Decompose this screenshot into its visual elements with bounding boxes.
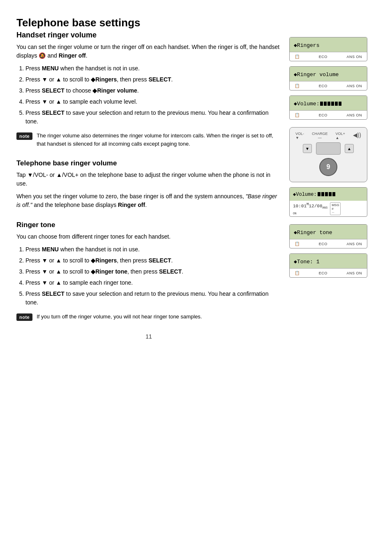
lcd-bottom-2: 📋 ECO ANS ON [290, 81, 367, 90]
diagrams-column: ◆Ringers 📋 ECO ANS ON ◆Ringer volume 📋 E… [289, 16, 376, 340]
charge-cradle [316, 142, 341, 155]
vol-minus-button[interactable]: ▼ [303, 144, 312, 153]
book-icon-3: 📋 [295, 113, 300, 117]
base-volume-display: ◆Volume: 10:01M12/08ANSON MSG#··· [289, 187, 367, 217]
section1-intro: You can set the ringer volume or turn th… [16, 43, 281, 60]
lcd-bottom-3: 📋 ECO ANS ON [290, 111, 367, 119]
note-label: note [16, 132, 32, 140]
book-icon-1: 📋 [295, 54, 300, 59]
page-number: 11 [16, 333, 281, 340]
base-circle-num: 9 [327, 163, 330, 171]
list-item: Press ▼ or ▲ to scroll to ◆Ringer tone, … [25, 267, 281, 276]
base-vol-time-row: 10:01M12/08ANSON MSG#··· [290, 201, 367, 216]
note-box-1: note The ringer volume also determines t… [16, 132, 281, 148]
vol-minus-label: VOL-▼ [295, 132, 304, 140]
section3-steps: Press MENU when the handset is not in us… [16, 245, 281, 307]
list-item: Press ▼ or ▲ to scroll to ◆Ringers, then… [25, 75, 281, 84]
phone-base-top-labels: VOL-▼ CHARGE— VOL+▲ ◀)) [294, 132, 363, 140]
volume-bars-base [318, 192, 335, 196]
lcd-bottom-5: 📋 ECO ANS ON [290, 269, 367, 277]
base-vol-screen-top: ◆Volume: [290, 188, 367, 201]
lcd-ringer-volume: ◆Ringer volume 📋 ECO ANS ON [289, 66, 367, 91]
volume-bars-3 [320, 102, 341, 106]
section3-heading: Ringer tone [16, 221, 281, 229]
lcd-bottom-1: 📋 ECO ANS ON [290, 52, 367, 61]
section2-para1: Tap ▼/VOL- or ▲/VOL+ on the telephone ba… [16, 171, 281, 188]
list-item: Press SELECT to save your selection and … [25, 290, 281, 307]
section1-steps: Press MENU when the handset is not in us… [16, 64, 281, 126]
page-title: Telephone base settings [16, 16, 281, 29]
vol-plus-button[interactable]: ▲ [345, 144, 354, 153]
list-item: Press MENU when the handset is not in us… [25, 245, 281, 254]
list-item: Press SELECT to save your selection and … [25, 109, 281, 126]
page-layout: Telephone base settings Handset ringer v… [16, 16, 376, 340]
list-item: Press MENU when the handset is not in us… [25, 64, 281, 73]
lcd-screen-1: ◆Ringers [290, 37, 367, 52]
section2-heading: Telephone base ringer volume [16, 159, 281, 167]
list-item: Press ▼ or ▲ to scroll to ◆Ringers, then… [25, 256, 281, 265]
phone-base-device: VOL-▼ CHARGE— VOL+▲ ◀)) ▼ ▲ 9 [289, 127, 367, 182]
lcd-tone-1: ◆Tone: 1 📋 ECO ANS ON [289, 253, 367, 278]
msg-badge: MSG#··· [330, 202, 341, 215]
note-label-2: note [16, 313, 32, 321]
note-box-2: note If you turn off the ringer volume, … [16, 313, 281, 321]
lcd-volume-bars: ◆Volume: 📋 ECO ANS ON [289, 95, 367, 120]
section3-intro: You can choose from different ringer ton… [16, 232, 281, 241]
book-icon-2: 📋 [295, 84, 300, 88]
note-text-2: If you turn off the ringer volume, you w… [37, 313, 202, 321]
lcd-screen-5: ◆Tone: 1 [290, 254, 367, 269]
note-text-1: The ringer volume also determines the ri… [37, 132, 281, 148]
list-item: Press ▼ or ▲ to sample each volume level… [25, 97, 281, 106]
content-column: Telephone base settings Handset ringer v… [16, 16, 281, 340]
lcd-bottom-4: 📋 ECO ANS ON [290, 239, 367, 248]
no-ringer-icon: 🔕 [39, 52, 47, 59]
lcd-screen-2: ◆Ringer volume [290, 67, 367, 81]
speaker-icon: ◀)) [353, 132, 361, 140]
lcd-ringer-tone: ◆Ringer tone 📋 ECO ANS ON [289, 224, 367, 248]
list-item: Press ▼ or ▲ to sample each ringer tone. [25, 278, 281, 287]
lcd-screen-4: ◆Ringer tone [290, 225, 367, 239]
book-icon-5: 📋 [295, 271, 300, 275]
lcd-screen-3: ◆Volume: [290, 96, 367, 111]
book-icon-4: 📋 [295, 241, 300, 246]
phone-base-buttons: ▼ ▲ [294, 142, 363, 155]
base-time-display: 10:01M12/08ANSON [293, 202, 327, 215]
lcd-ringers: ◆Ringers 📋 ECO ANS ON [289, 37, 367, 61]
list-item: Press SELECT to choose ◆Ringer volume. [25, 86, 281, 95]
charge-label: CHARGE— [312, 132, 328, 140]
section1-heading: Handset ringer volume [16, 31, 281, 39]
base-circle-button[interactable]: 9 [319, 158, 337, 176]
vol-plus-label: VOL+▲ [335, 132, 345, 140]
section2-para2: When you set the ringer volume to zero, … [16, 192, 281, 209]
